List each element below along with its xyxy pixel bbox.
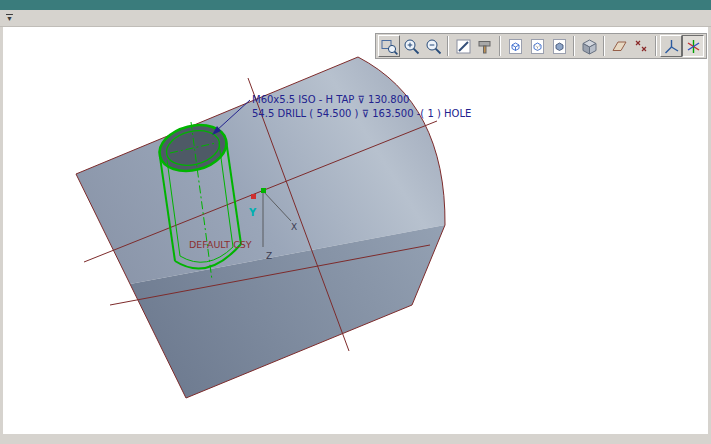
toolbar-separator (603, 36, 605, 56)
csys-origin-handle-green[interactable] (261, 188, 266, 193)
datum-points-button[interactable] (630, 35, 652, 57)
display-shaded-button[interactable] (548, 35, 570, 57)
axis-label-y: Y (248, 207, 257, 218)
view-toolbar (375, 33, 707, 59)
refit-icon (454, 37, 473, 56)
axis-label-x: X (291, 222, 297, 232)
zoom-in-icon (402, 37, 421, 56)
datum-points-icon (632, 37, 651, 56)
display-wireframe-button[interactable] (504, 35, 526, 57)
hole-note-line1[interactable]: M60x5.5 ISO - H TAP ⊽ 130.800 (252, 94, 409, 105)
zoom-in-button[interactable] (400, 35, 422, 57)
graphics-canvas[interactable]: M60x5.5 ISO - H TAP ⊽ 130.800 54.5 DRILL… (3, 27, 708, 434)
display-hidden-line-button[interactable] (526, 35, 548, 57)
zoom-out-button[interactable] (422, 35, 444, 57)
3d-scene[interactable]: M60x5.5 ISO - H TAP ⊽ 130.800 54.5 DRILL… (3, 27, 708, 434)
zoom-region-icon (380, 37, 399, 56)
saved-views-icon (580, 37, 599, 56)
hole-note-line2[interactable]: 54.5 DRILL ( 54.500 ) ⊽ 163.500 -( 1 ) H… (252, 108, 471, 119)
app-window: ▼ (0, 0, 711, 444)
toolbar-strip: ▼ (0, 10, 711, 27)
spin-center-button[interactable] (682, 35, 704, 57)
refit-button[interactable] (452, 35, 474, 57)
default-csys-label[interactable]: DEFAULT CSY (189, 239, 252, 250)
datum-planes-button[interactable] (608, 35, 630, 57)
spin-center-icon (684, 37, 703, 56)
display-shaded-icon (550, 37, 569, 56)
display-wireframe-icon (506, 37, 525, 56)
csys-display-button[interactable] (660, 35, 682, 57)
display-hidden-line-icon (528, 37, 547, 56)
toolbar-separator (573, 36, 575, 56)
toolbar-collapse-handle[interactable]: ▼ (6, 15, 13, 22)
titlebar (0, 0, 711, 10)
csys-origin-handle-red[interactable] (251, 194, 256, 199)
toolbar-separator (447, 36, 449, 56)
toolbar-separator (655, 36, 657, 56)
csys-display-icon (662, 37, 681, 56)
repaint-icon (476, 37, 495, 56)
toolbar-separator (499, 36, 501, 56)
zoom-out-icon (424, 37, 443, 56)
axis-label-z: Z (266, 251, 272, 261)
zoom-region-button[interactable] (378, 35, 400, 57)
repaint-button[interactable] (474, 35, 496, 57)
saved-views-button[interactable] (578, 35, 600, 57)
datum-planes-icon (610, 37, 629, 56)
